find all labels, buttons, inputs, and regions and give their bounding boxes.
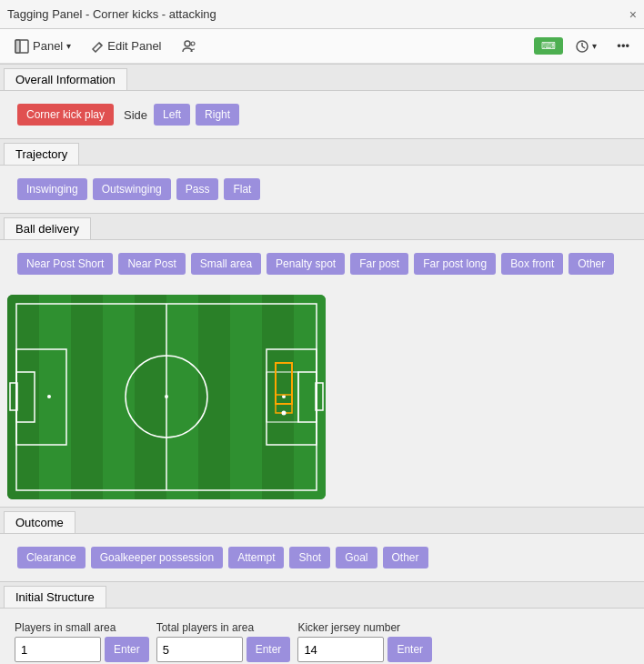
svg-point-4: [191, 42, 195, 45]
ball-delivery-section: Ball delivery Near Post Short Near Post …: [0, 213, 644, 287]
kicker-jersey-input-row: Enter: [297, 637, 432, 662]
ball-delivery-body: Near Post Short Near Post Small area Pen…: [0, 240, 644, 287]
left-button[interactable]: Left: [154, 104, 190, 126]
panel-chevron-icon: ▾: [66, 41, 71, 51]
panel-button[interactable]: Panel ▾: [7, 36, 78, 56]
svg-rect-15: [198, 295, 230, 499]
outcome-tab-bar: Outcome: [0, 507, 644, 534]
svg-rect-12: [103, 295, 135, 499]
outcome-section: Outcome Clearance Goalkeeper possession …: [0, 507, 644, 581]
initial-structure-tab[interactable]: Initial Structure: [4, 586, 106, 608]
enter-button-3[interactable]: Enter: [387, 637, 432, 662]
trajectory-tab-bar: Trajectory: [0, 138, 644, 166]
trajectory-buttons-row: Inswinging Outswinging Pass Flat: [7, 173, 637, 206]
pitch-container[interactable]: [7, 295, 326, 499]
other-outcome-button[interactable]: Other: [383, 547, 428, 568]
corner-kick-play-button[interactable]: Corner kick play: [17, 104, 114, 126]
players-small-area-label: Players in small area: [15, 621, 149, 634]
edit-icon: [91, 40, 104, 53]
players-small-area-group: Players in small area Enter: [15, 621, 149, 662]
attempt-button[interactable]: Attempt: [228, 547, 284, 568]
keyboard-button[interactable]: ⌨: [534, 37, 563, 55]
overall-information-tab[interactable]: Overall Information: [4, 68, 127, 90]
svg-line-2: [99, 43, 102, 45]
clearance-button[interactable]: Clearance: [17, 547, 86, 568]
goal-button[interactable]: Goal: [336, 547, 377, 568]
shot-button[interactable]: Shot: [289, 547, 330, 568]
outswinging-button[interactable]: Outswinging: [93, 178, 171, 200]
enter-button-2[interactable]: Enter: [247, 637, 291, 662]
inswinging-button[interactable]: Inswinging: [17, 178, 87, 200]
window-title: Tagging Panel - Corner kicks - attacking: [7, 7, 216, 21]
outcome-body: Clearance Goalkeeper possession Attempt …: [0, 534, 644, 581]
overall-information-section: Overall Information Corner kick play Sid…: [0, 64, 644, 138]
panel-icon: [15, 39, 29, 54]
more-button[interactable]: •••: [609, 36, 637, 55]
near-post-short-button[interactable]: Near Post Short: [17, 253, 113, 275]
users-button[interactable]: [175, 37, 204, 55]
kicker-jersey-input[interactable]: [297, 637, 384, 662]
corner-kick-row: Corner kick play Side Left Right: [7, 98, 637, 131]
near-post-button[interactable]: Near Post: [118, 253, 185, 275]
side-label: Side: [124, 108, 147, 122]
svg-point-25: [47, 395, 51, 398]
ball-delivery-tab-bar: Ball delivery: [0, 213, 644, 240]
toolbar: Panel ▾ Edit Panel ⌨ ▾ •••: [0, 29, 644, 64]
goalkeeper-possession-button[interactable]: Goalkeeper possession: [91, 547, 223, 568]
trajectory-tab[interactable]: Trajectory: [4, 143, 79, 165]
trajectory-section: Trajectory Inswinging Outswinging Pass F…: [0, 138, 644, 213]
svg-point-34: [282, 411, 287, 416]
svg-point-3: [185, 41, 190, 46]
far-post-button[interactable]: Far post: [350, 253, 408, 275]
svg-rect-1: [15, 40, 20, 53]
svg-rect-16: [230, 295, 262, 499]
players-small-area-input-row: Enter: [15, 637, 149, 662]
toolbar-right: ⌨ ▾ •••: [534, 36, 637, 55]
small-area-button[interactable]: Small area: [191, 253, 261, 275]
close-icon[interactable]: ×: [629, 7, 637, 22]
panel-label: Panel: [33, 39, 63, 53]
svg-rect-11: [71, 295, 103, 499]
initial-structure-section: Initial Structure Players in small area …: [0, 581, 644, 664]
kicker-jersey-label: Kicker jersey number: [297, 621, 432, 634]
svg-rect-14: [166, 295, 198, 499]
overall-info-body: Corner kick play Side Left Right: [0, 91, 644, 138]
svg-rect-13: [135, 295, 166, 499]
right-button[interactable]: Right: [196, 104, 239, 126]
edit-panel-label: Edit Panel: [107, 39, 161, 53]
total-players-label: Total players in area: [156, 621, 291, 634]
ball-delivery-tab[interactable]: Ball delivery: [4, 217, 91, 239]
initial-structure-body: Players in small area Enter Total player…: [0, 609, 644, 664]
far-post-long-button[interactable]: Far post long: [414, 253, 496, 275]
clock-chevron-icon: ▾: [592, 41, 597, 51]
flat-button[interactable]: Flat: [224, 178, 260, 200]
total-players-input-row: Enter: [156, 637, 291, 662]
users-icon: [182, 40, 196, 53]
other-delivery-button[interactable]: Other: [569, 253, 614, 275]
edit-panel-button[interactable]: Edit Panel: [84, 36, 168, 55]
clock-button[interactable]: ▾: [569, 37, 604, 55]
clock-icon: [576, 40, 589, 53]
enter-button-1[interactable]: Enter: [105, 637, 149, 662]
total-players-group: Total players in area Enter: [156, 621, 291, 662]
pass-button[interactable]: Pass: [176, 178, 219, 200]
initial-structure-tab-bar: Initial Structure: [0, 581, 644, 609]
total-players-input[interactable]: [156, 637, 243, 662]
players-small-area-input[interactable]: [15, 637, 101, 662]
svg-line-7: [582, 46, 585, 48]
outcome-buttons-row: Clearance Goalkeeper possession Attempt …: [7, 541, 637, 574]
football-pitch[interactable]: [7, 295, 326, 499]
ball-delivery-buttons-row: Near Post Short Near Post Small area Pen…: [7, 247, 637, 280]
kicker-jersey-group: Kicker jersey number Enter: [297, 621, 432, 662]
penalty-spot-button[interactable]: Penalty spot: [267, 253, 345, 275]
main-content: Overall Information Corner kick play Sid…: [0, 64, 644, 664]
more-icon: •••: [617, 39, 629, 53]
trajectory-body: Inswinging Outswinging Pass Flat: [0, 166, 644, 213]
title-bar: Tagging Panel - Corner kicks - attacking…: [0, 0, 644, 29]
overall-tab-bar: Overall Information: [0, 64, 644, 91]
initial-structure-inputs-row: Players in small area Enter Total player…: [7, 616, 637, 664]
box-front-button[interactable]: Box front: [501, 253, 563, 275]
outcome-tab[interactable]: Outcome: [4, 511, 75, 533]
